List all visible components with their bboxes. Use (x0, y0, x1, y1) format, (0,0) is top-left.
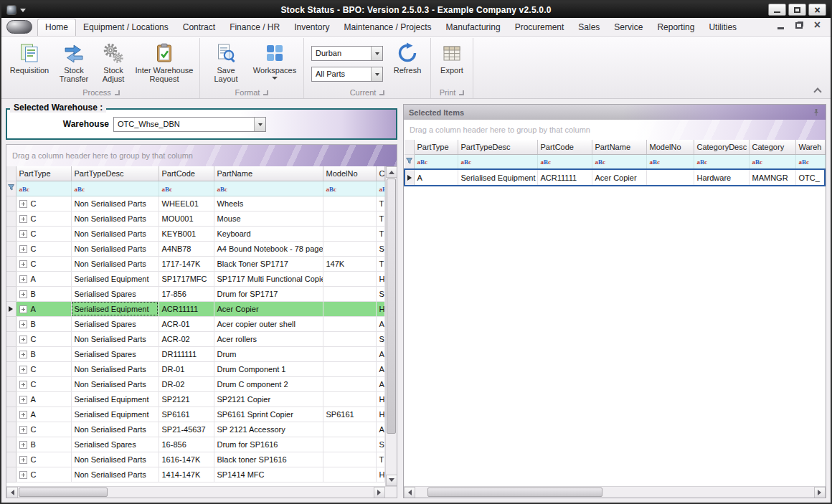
column-header[interactable]: PartType (414, 140, 458, 154)
cell-category[interactable]: S (376, 286, 385, 301)
ribbon-tab[interactable]: Manufacturing (439, 19, 508, 36)
cell-category[interactable]: MAMNGR (749, 169, 795, 186)
stock-row[interactable]: C Non Serialised Parts 1717-147K Black T… (6, 256, 385, 271)
cell-parttype[interactable]: C (16, 452, 71, 467)
stock-row[interactable]: C Non Serialised Parts KEYB001 Keyboard … (6, 226, 385, 241)
stock-row[interactable]: A Serialised Equipment SP1717MFC SP1717 … (6, 271, 385, 286)
ribbon-tab[interactable]: Finance / HR (222, 19, 287, 36)
cell-parttype[interactable]: B (16, 437, 71, 452)
cell-parttypedesc[interactable]: Non Serialised Parts (71, 256, 159, 271)
ribbon-tab[interactable]: Home (37, 19, 76, 36)
ribbon-tab[interactable]: Service (607, 19, 650, 36)
cell-modelno[interactable] (323, 361, 376, 376)
pin-icon[interactable] (812, 108, 821, 117)
cell-category[interactable]: A (376, 361, 385, 376)
cell-parttypedesc[interactable]: Non Serialised Parts (71, 331, 159, 346)
cell-partname[interactable]: Drum C omponent 2 (214, 376, 323, 391)
column-header[interactable]: Category (749, 140, 795, 154)
cell-partname[interactable]: Acer rollers (214, 331, 323, 346)
cell-parttypedesc[interactable]: Non Serialised Parts (71, 211, 159, 226)
cell-partname[interactable]: Acer Copier (592, 169, 646, 186)
cell-parttypedesc[interactable]: Serialised Spares (71, 437, 159, 452)
cell-partcode[interactable]: DR111111 (159, 346, 214, 361)
expand-icon[interactable] (19, 366, 27, 374)
cell-category[interactable]: H (376, 271, 385, 286)
cell-partcode[interactable]: 1616-147K (159, 452, 214, 467)
cell-partcode[interactable]: SP6161 (159, 406, 214, 422)
cell-partname[interactable]: Acer Copier (214, 301, 323, 316)
title-bar[interactable]: Stock Status - BPO: Version 2.5.0.3 - Ex… (1, 1, 831, 18)
column-header[interactable]: ModelNo (323, 166, 376, 181)
child-minimize-icon[interactable] (777, 27, 784, 29)
ribbon-tab[interactable]: Inventory (287, 19, 336, 36)
qat-dropdown-icon[interactable] (20, 9, 26, 15)
cell-partname[interactable]: Drum Component 1 (214, 361, 323, 376)
cell-category[interactable]: S (376, 331, 385, 346)
cell-partname[interactable]: Wheels (214, 196, 323, 211)
cell-parttype[interactable]: C (16, 256, 71, 271)
cell-partcode[interactable]: WHEEL01 (159, 196, 214, 211)
parts-filter-select[interactable]: All Parts (311, 67, 383, 82)
column-header[interactable]: CategoryDesc (694, 140, 749, 154)
expand-icon[interactable] (19, 200, 27, 208)
cell-parttype[interactable]: C (16, 331, 71, 346)
stock-row[interactable]: A Serialised Equipment SP2121 SP2121 Cop… (6, 391, 385, 406)
cell-categorydesc[interactable]: Hardware (694, 169, 749, 186)
cell-category[interactable]: T (376, 196, 385, 211)
cell-partcode[interactable]: A4NB78 (159, 241, 214, 256)
filter-cell[interactable] (694, 154, 749, 169)
workspaces-button[interactable]: Workspaces (250, 40, 300, 87)
filter-cell[interactable] (376, 181, 385, 196)
cell-category[interactable]: T (376, 211, 385, 226)
maximize-button[interactable] (788, 4, 806, 16)
vertical-scrollbar[interactable] (385, 166, 397, 486)
cell-modelno[interactable] (323, 301, 376, 316)
cell-parttypedesc[interactable]: Serialised Spares (71, 286, 159, 301)
cell-parttype[interactable]: A (414, 169, 458, 186)
stock-row[interactable]: B Serialised Spares 16-856 Drum for SP16… (6, 437, 385, 452)
cell-modelno[interactable] (323, 196, 376, 211)
cell-partcode[interactable]: ACR-01 (159, 316, 214, 331)
cell-partname[interactable]: Drum for SP1717 (214, 286, 323, 301)
column-header[interactable]: PartCode (537, 140, 592, 154)
cell-partcode[interactable]: DR-01 (159, 361, 214, 376)
cell-partname[interactable]: Keyboard (214, 226, 323, 241)
minimize-button[interactable] (768, 4, 786, 16)
cell-parttypedesc[interactable]: Serialised Equipment (71, 406, 159, 422)
scroll-right-button[interactable] (374, 487, 385, 498)
cell-category[interactable]: A (376, 346, 385, 361)
cell-modelno[interactable]: SP6161 (323, 406, 376, 422)
cell-parttypedesc[interactable]: Serialised Spares (71, 346, 159, 361)
cell-partname[interactable]: A4 Bound Notebook - 78 pages (214, 241, 323, 256)
group-by-panel[interactable]: Drag a column header here to group by th… (404, 120, 826, 140)
hscroll-thumb[interactable] (427, 488, 603, 497)
cell-parttype[interactable]: A (16, 406, 71, 422)
filter-cell[interactable] (795, 154, 825, 169)
save-layout-button[interactable]: Save Layout (204, 40, 248, 87)
cell-modelno[interactable] (323, 211, 376, 226)
cell-partcode[interactable]: KEYB001 (159, 226, 214, 241)
stock-row[interactable]: C Non Serialised Parts 1414-147K SP1414 … (6, 467, 385, 482)
stock-transfer-button[interactable]: Stock Transfer (54, 40, 94, 87)
cell-partname[interactable]: Drum (214, 346, 323, 361)
cell-modelno[interactable] (323, 316, 376, 331)
cell-category[interactable]: H (376, 467, 385, 482)
cell-parttypedesc[interactable]: Serialised Equipment (71, 391, 159, 406)
cell-parttypedesc[interactable]: Serialised Spares (71, 316, 159, 331)
cell-modelno[interactable] (323, 331, 376, 346)
cell-category[interactable]: H (376, 406, 385, 422)
expand-icon[interactable] (19, 381, 27, 389)
cell-parttype[interactable]: C (16, 241, 71, 256)
dialog-launcher-icon[interactable] (263, 90, 268, 95)
close-button[interactable] (808, 4, 826, 16)
cell-parttype[interactable]: C (16, 211, 71, 226)
cell-partname[interactable]: Acer copier outer shell (214, 316, 323, 331)
cell-parttype[interactable]: C (16, 226, 71, 241)
column-header[interactable]: ModelNo (646, 140, 694, 154)
cell-parttypedesc[interactable]: Non Serialised Parts (71, 226, 159, 241)
cell-modelno[interactable] (323, 452, 376, 467)
expand-icon[interactable] (19, 305, 27, 313)
cell-parttypedesc[interactable]: Serialised Equipment (71, 271, 159, 286)
column-header[interactable]: Wareh (795, 140, 825, 154)
vscroll-thumb[interactable] (387, 179, 396, 434)
